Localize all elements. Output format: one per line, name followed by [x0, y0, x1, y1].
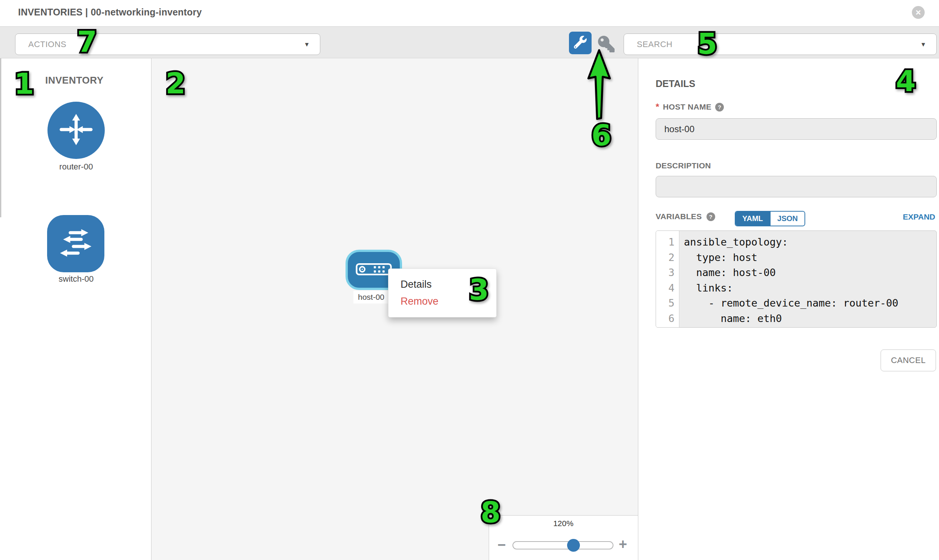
wrench-icon [574, 36, 587, 50]
toggle-json[interactable]: JSON [770, 212, 805, 226]
annotation-3: 3 [469, 273, 489, 306]
annotation-7: 7 [77, 25, 97, 58]
chevron-down-icon: ▾ [305, 40, 308, 49]
actions-dropdown-placeholder: ACTIONS [15, 40, 66, 49]
required-marker: * [656, 102, 659, 112]
annotation-2: 2 [166, 67, 186, 100]
canvas-panel-divider [638, 58, 638, 560]
close-button[interactable]: ✕ [912, 6, 925, 19]
variables-code-editor[interactable]: 1 2 3 4 5 6 7 ansible_topology: type: ho… [656, 231, 937, 328]
code-line: - remote_device_name: router-00 [684, 295, 936, 311]
switch-icon [56, 223, 95, 264]
line-number: 6 [656, 311, 679, 326]
search-dropdown-placeholder: SEARCH [624, 40, 672, 49]
line-number: 2 [656, 250, 679, 266]
sidebar-accent-line [0, 58, 1, 217]
zoom-slider-track[interactable] [512, 541, 614, 549]
switch-label: switch-00 [31, 274, 121, 284]
sidebar-item-switch[interactable] [47, 215, 104, 272]
server-icon [356, 263, 392, 277]
zoom-level-value: 120% [489, 519, 638, 528]
sidebar-canvas-divider [151, 58, 151, 560]
actions-dropdown[interactable]: ACTIONS ▾ [15, 34, 320, 55]
variables-format-toggle: YAML JSON [735, 211, 805, 226]
zoom-slider-handle[interactable] [567, 539, 580, 552]
description-label: DESCRIPTION [656, 161, 711, 170]
page-title: INVENTORIES | 00-networking-inventory [18, 7, 202, 18]
host-name-label: HOST NAME [663, 102, 711, 111]
code-line: links: [684, 280, 936, 296]
line-number: 7 [656, 326, 679, 328]
chevron-down-icon: ▾ [921, 40, 925, 49]
code-line: ansible_topology: [684, 235, 936, 250]
description-input[interactable] [656, 176, 937, 197]
annotation-arrow-up-icon [585, 49, 614, 122]
editor-code[interactable]: ansible_topology: type: host name: host-… [679, 231, 936, 327]
zoom-out-button[interactable]: − [497, 538, 506, 552]
sidebar-heading: INVENTORY [45, 75, 103, 86]
variables-label: VARIABLES [656, 212, 702, 221]
line-number: 5 [656, 295, 679, 311]
line-number: 3 [656, 265, 679, 280]
line-number: 4 [656, 280, 679, 296]
annotation-6: 6 [592, 118, 612, 152]
help-icon[interactable]: ? [715, 103, 724, 111]
search-dropdown[interactable]: SEARCH ▾ [624, 34, 937, 55]
inventory-topology-app: INVENTORIES | 00-networking-inventory ✕ … [0, 0, 939, 560]
toggle-yaml[interactable]: YAML [735, 212, 770, 226]
host-name-input[interactable]: host-00 [656, 118, 937, 140]
close-icon: ✕ [915, 8, 921, 17]
code-line: type: host [684, 250, 936, 266]
expand-link[interactable]: EXPAND [882, 212, 935, 222]
code-line: remote_interface_name: eth0 [684, 326, 936, 328]
code-line: name: eth0 [684, 311, 936, 326]
question-glyph: ? [718, 104, 721, 110]
annotation-5: 5 [697, 27, 717, 61]
line-number: 1 [656, 235, 679, 250]
details-panel-heading: DETAILS [656, 78, 695, 89]
editor-line-numbers: 1 2 3 4 5 6 7 [656, 231, 679, 327]
router-label: router-00 [31, 162, 121, 172]
question-glyph: ? [709, 214, 712, 220]
host-node-label: host-00 [353, 291, 389, 303]
cancel-button[interactable]: CANCEL [880, 349, 936, 371]
code-line: name: host-00 [684, 265, 936, 280]
help-icon[interactable]: ? [706, 212, 715, 221]
annotation-8: 8 [481, 495, 501, 529]
annotation-4: 4 [896, 65, 916, 98]
router-icon [57, 110, 96, 151]
zoom-in-button[interactable]: + [619, 537, 627, 551]
sidebar-item-router[interactable] [48, 102, 105, 159]
annotation-1: 1 [14, 67, 34, 100]
